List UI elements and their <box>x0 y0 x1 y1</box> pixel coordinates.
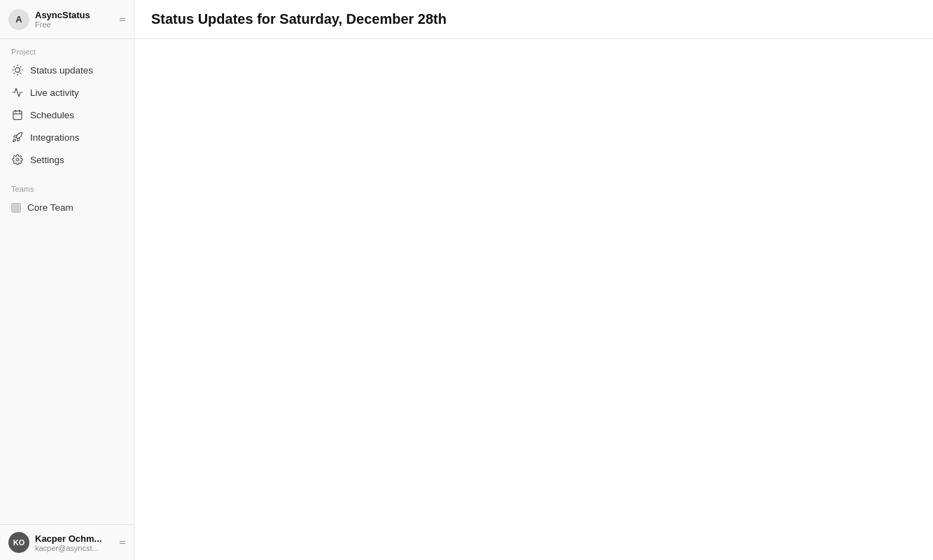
teams-section: Teams Core Team <box>0 174 134 220</box>
sidebar-item-label: Live activity <box>30 88 79 98</box>
sidebar-item-integrations[interactable]: Integrations <box>6 126 128 148</box>
user-info: Kacper Ochm... kacper@asyncst... <box>35 533 117 552</box>
sidebar-item-live-activity[interactable]: Live activity <box>6 81 128 104</box>
svg-point-0 <box>15 68 20 73</box>
page-title: Status Updates for Saturday, December 28… <box>151 11 447 27</box>
sidebar-item-label: Status updates <box>30 65 93 76</box>
team-name: Core Team <box>27 202 73 213</box>
sidebar-item-status-updates[interactable]: Status updates <box>6 59 128 81</box>
gear-icon <box>11 153 24 166</box>
sidebar: A AsyncStatus Free Project <box>0 0 134 560</box>
main-content: Status Updates for Saturday, December 28… <box>134 0 933 560</box>
sidebar-item-core-team[interactable]: Core Team <box>6 197 128 218</box>
user-chevron-icon <box>120 541 125 544</box>
sidebar-item-label: Settings <box>30 155 64 165</box>
project-section-label: Project <box>6 48 128 56</box>
svg-line-3 <box>14 66 15 67</box>
main-body <box>134 39 933 560</box>
team-color-indicator <box>11 203 21 213</box>
user-email: kacper@asyncst... <box>35 544 117 552</box>
brand-name: AsyncStatus <box>35 10 117 20</box>
sidebar-item-label: Schedules <box>30 110 74 120</box>
rocket-icon <box>11 131 24 144</box>
brand-plan: Free <box>35 20 117 29</box>
calendar-icon <box>11 108 24 121</box>
sun-icon <box>11 64 24 76</box>
brand-chevron-icon <box>120 18 125 21</box>
brand-avatar: A <box>8 9 29 30</box>
user-avatar: KO <box>8 532 29 553</box>
user-menu[interactable]: KO Kacper Ochm... kacper@asyncst... <box>0 524 134 560</box>
sidebar-item-label: Integrations <box>30 132 80 143</box>
svg-line-4 <box>20 73 21 74</box>
project-nav: Project Status updates <box>0 39 134 174</box>
svg-line-7 <box>14 73 15 74</box>
main-header: Status Updates for Saturday, December 28… <box>134 0 933 39</box>
sidebar-item-settings[interactable]: Settings <box>6 148 128 171</box>
svg-rect-9 <box>13 111 22 120</box>
svg-line-8 <box>20 66 21 67</box>
brand-info: AsyncStatus Free <box>35 10 117 29</box>
activity-icon <box>11 86 24 99</box>
sidebar-item-schedules[interactable]: Schedules <box>6 104 128 126</box>
teams-section-label: Teams <box>6 185 128 193</box>
svg-point-13 <box>16 158 19 161</box>
user-name: Kacper Ochm... <box>35 533 117 544</box>
brand-switcher[interactable]: A AsyncStatus Free <box>0 0 134 39</box>
